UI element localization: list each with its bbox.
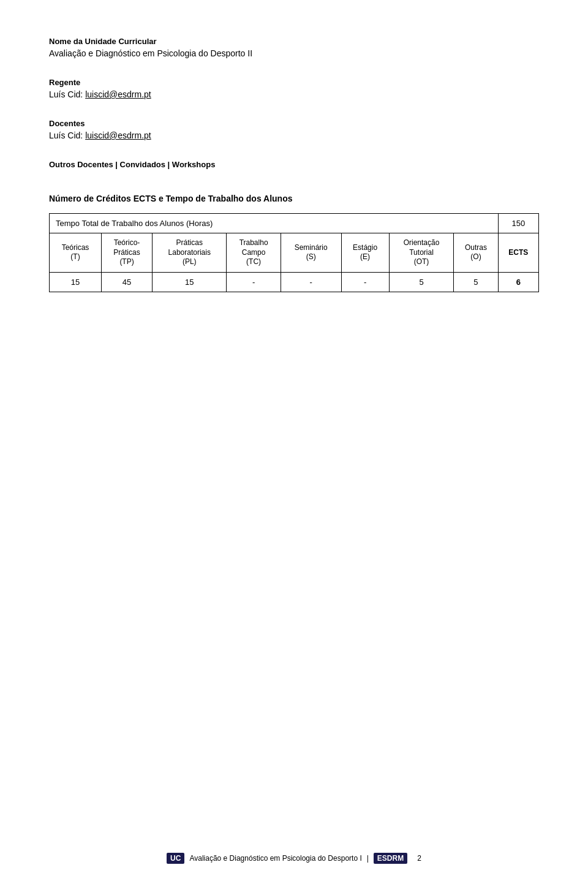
col-seminario-header: Seminário(S) [281,233,341,273]
docentes-name: Luís Cid: [49,130,83,140]
credits-table: Tempo Total de Trabalho dos Alunos (Hora… [49,213,539,292]
total-value: 150 [498,214,538,233]
footer-course-name: Avaliação e Diagnóstico em Psicologia do… [189,854,361,863]
col-praticas-lab-header: PráticasLaboratoriais(PL) [153,233,227,273]
col-outras-header: Outras(O) [454,233,498,273]
nome-uc-label: Nome da Unidade Curricular [49,37,539,46]
footer-esdrm-badge: ESDRM [374,853,407,864]
footer-page-number: 2 [417,854,421,863]
val-ects: 6 [498,272,538,292]
page-footer: UC Avaliação e Diagnóstico em Psicologia… [0,844,588,873]
col-orientacao-header: OrientaçãoTutorial(OT) [389,233,454,273]
val-teorico-praticas: 45 [102,272,153,292]
val-praticas-lab: 15 [153,272,227,292]
docentes-section: Docentes Luís Cid: luiscid@esdrm.pt [49,119,539,140]
outros-docentes-section: Outros Docentes | Convidados | Workshops [49,160,539,169]
nome-uc-section: Nome da Unidade Curricular Avaliação e D… [49,37,539,58]
docentes-label: Docentes [49,119,539,128]
outros-docentes-label: Outros Docentes | Convidados | Workshops [49,160,539,169]
val-teoricas: 15 [50,272,102,292]
val-trabalho-campo: - [227,272,281,292]
col-trabalho-campo-header: TrabalhoCampo(TC) [227,233,281,273]
regente-value: Luís Cid: luiscid@esdrm.pt [49,89,539,99]
regente-email[interactable]: luiscid@esdrm.pt [85,89,151,99]
creditos-section: Número de Créditos ECTS e Tempo de Traba… [49,194,539,292]
footer-uc-badge: UC [167,853,184,864]
col-teorico-praticas-header: Teórico-Práticas(TP) [102,233,153,273]
val-orientacao: 5 [389,272,454,292]
docentes-email[interactable]: luiscid@esdrm.pt [85,130,151,140]
creditos-title: Número de Créditos ECTS e Tempo de Traba… [49,194,539,203]
col-estagio-header: Estágio(E) [341,233,389,273]
nome-uc-value: Avaliação e Diagnóstico em Psicologia do… [49,48,539,58]
footer-inner: UC Avaliação e Diagnóstico em Psicologia… [49,853,539,864]
val-estagio: - [341,272,389,292]
regente-section: Regente Luís Cid: luiscid@esdrm.pt [49,78,539,99]
footer-separator: | [367,854,369,863]
col-ects-header: ECTS [498,233,538,273]
val-outras: 5 [454,272,498,292]
col-teoricas-header: Teóricas(T) [50,233,102,273]
total-row: Tempo Total de Trabalho dos Alunos (Hora… [50,214,539,233]
total-label: Tempo Total de Trabalho dos Alunos (Hora… [50,214,499,233]
credits-table-wrapper: Tempo Total de Trabalho dos Alunos (Hora… [49,213,539,292]
val-seminario: - [281,272,341,292]
values-row: 15 45 15 - - - 5 5 6 [50,272,539,292]
column-headers-row: Teóricas(T) Teórico-Práticas(TP) Prática… [50,233,539,273]
regente-name: Luís Cid: [49,89,83,99]
regente-label: Regente [49,78,539,87]
docentes-value: Luís Cid: luiscid@esdrm.pt [49,130,539,140]
